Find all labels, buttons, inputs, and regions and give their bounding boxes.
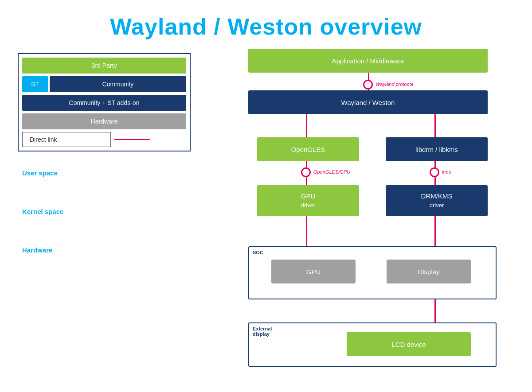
left-panel: 3rd Party ST Community Community + ST ad… xyxy=(9,49,204,385)
conn-wayland-opengles xyxy=(306,114,307,137)
layer-hardware: Hardware xyxy=(22,113,186,129)
display-box: Display xyxy=(387,260,471,283)
libdrm-box: libdrm / libkms xyxy=(386,137,488,161)
direct-link-box: Direct link xyxy=(22,132,111,147)
drm-kms-box: DRM/KMSdriver xyxy=(386,185,488,216)
lcd-device-box: LCD device xyxy=(347,332,471,356)
circle-wayland-protocol xyxy=(363,80,373,89)
layer-community-st: Community + ST adds-on xyxy=(22,95,186,111)
kernel-space-label: Kernel space xyxy=(22,208,204,215)
conn-drm-soc xyxy=(434,216,436,246)
page-title: Wayland / Weston overview xyxy=(0,0,532,49)
user-space-label: User space xyxy=(22,169,204,177)
layer-community: Community xyxy=(50,76,186,92)
conn-soc-lcd xyxy=(434,299,436,322)
conn-gpu-soc xyxy=(306,216,307,246)
conn-wayland-libdrm xyxy=(434,114,436,137)
soc-label: SOC xyxy=(253,250,263,255)
gpu-box: GPU xyxy=(271,260,356,283)
external-display-box: External display LCD device xyxy=(248,322,497,367)
circle-kms xyxy=(430,167,439,177)
opengles-box: OpenGLES xyxy=(257,137,359,161)
legend-box: 3rd Party ST Community Community + ST ad… xyxy=(18,53,191,151)
diagram: Application / Middleware Wayland protoco… xyxy=(222,49,523,385)
layer-3rdparty: 3rd Party xyxy=(22,58,186,74)
app-middleware-box: Application / Middleware xyxy=(248,49,488,73)
right-panel: Application / Middleware Wayland protoco… xyxy=(204,49,523,385)
circle-opengles-gpu xyxy=(301,167,311,177)
kms-label: kms xyxy=(442,169,451,175)
direct-link-line xyxy=(114,139,150,140)
legend-labels: User space Kernel space Hardware xyxy=(18,169,204,254)
layer-st: ST xyxy=(22,76,48,92)
gpu-driver-box: GPUdriver xyxy=(257,185,359,216)
external-label: External display xyxy=(253,326,272,337)
wayland-weston-box: Wayland / Weston xyxy=(248,90,488,114)
hardware-label: Hardware xyxy=(22,246,204,254)
opengles-gpu-label: OpenGLES/GPU xyxy=(313,169,350,175)
soc-box: SOC GPU Display xyxy=(248,246,497,299)
wayland-protocol-label: Wayland protocol xyxy=(376,82,413,87)
